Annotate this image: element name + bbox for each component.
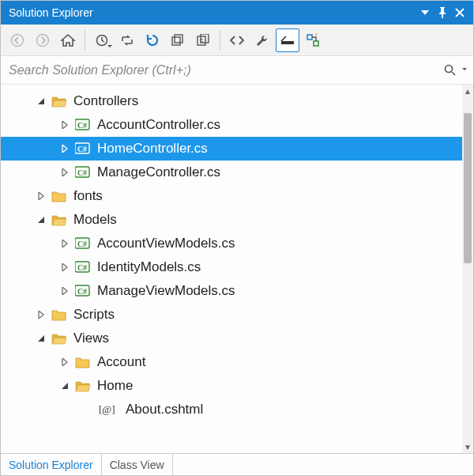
tree-row[interactable]: AccountViewModels.cs	[1, 232, 462, 255]
tree-item-label: Views	[73, 331, 109, 346]
vertical-scrollbar[interactable]: ▲ ▼	[462, 85, 473, 453]
expand-icon[interactable]	[59, 167, 70, 178]
tab-class-view[interactable]: Class View	[102, 454, 173, 475]
tree-row[interactable]: ManageViewModels.cs	[1, 279, 462, 303]
search-icon[interactable]	[442, 62, 459, 79]
tab-label: Solution Explorer	[9, 459, 93, 471]
svg-marker-0	[421, 10, 429, 15]
search-dropdown-icon[interactable]	[462, 68, 467, 73]
collapse-icon[interactable]	[59, 380, 70, 391]
svg-rect-7	[201, 34, 209, 43]
tab-solution-explorer[interactable]: Solution Explorer	[1, 454, 102, 475]
expand-icon[interactable]	[36, 309, 47, 320]
collapse-icon[interactable]	[36, 214, 47, 225]
expand-icon[interactable]	[59, 238, 70, 249]
class-view-button[interactable]: +	[301, 28, 325, 52]
window-menu-icon[interactable]	[416, 4, 434, 21]
tree-item-label: Controllers	[73, 93, 138, 109]
pin-icon[interactable]	[434, 4, 451, 21]
expand-icon[interactable]	[59, 119, 70, 130]
tree-row[interactable]: Models	[1, 208, 462, 232]
scrollbar-thumb[interactable]	[464, 113, 472, 263]
tree-row[interactable]: IdentityModels.cs	[1, 255, 462, 279]
preview-button[interactable]	[276, 28, 299, 52]
bottom-tabs: Solution Explorer Class View	[1, 453, 473, 475]
tree-item-label: AccountViewModels.cs	[97, 236, 235, 251]
folder-icon	[75, 355, 91, 369]
folder-open-icon	[75, 379, 91, 393]
scroll-up-icon[interactable]: ▲	[462, 85, 473, 97]
tree-item-label: fonts	[73, 188, 103, 204]
tree-item-label: HomeController.cs	[97, 141, 208, 157]
svg-rect-6	[198, 36, 205, 45]
svg-rect-9	[307, 35, 312, 40]
svg-rect-10	[314, 41, 318, 46]
folder-open-icon	[51, 331, 67, 346]
home-button[interactable]	[56, 28, 80, 52]
search-input[interactable]	[7, 56, 442, 84]
tree-item-label: ManageController.cs	[97, 164, 220, 180]
tree-item-label: Scripts	[73, 307, 115, 323]
window-title: Solution Explorer	[9, 6, 416, 19]
collapse-icon[interactable]	[36, 333, 47, 344]
forward-button[interactable]	[31, 28, 55, 52]
sync-button[interactable]	[115, 28, 139, 52]
svg-point-12	[446, 65, 453, 72]
tree-item-label: Models	[73, 212, 117, 228]
show-all-files-button[interactable]	[191, 28, 215, 52]
svg-point-1	[12, 34, 24, 46]
tree-row[interactable]: Views	[1, 327, 462, 350]
svg-point-2	[37, 34, 49, 46]
svg-rect-5	[175, 35, 182, 43]
tree-row[interactable]: Scripts	[1, 303, 462, 327]
tree-panel: ControllersAccountController.csHomeContr…	[1, 85, 473, 453]
folder-open-icon	[51, 94, 67, 108]
csharp-file-icon	[75, 236, 91, 251]
tree-row[interactable]: Home	[1, 374, 462, 398]
view-code-button[interactable]	[225, 28, 249, 52]
collapse-icon[interactable]	[36, 96, 47, 107]
tree-row[interactable]: HomeController.cs	[1, 137, 462, 161]
scrollbar-track[interactable]	[462, 97, 473, 440]
close-icon[interactable]	[451, 4, 468, 21]
folder-icon	[51, 189, 67, 203]
tree-row[interactable]: About.cshtml	[1, 398, 462, 421]
scroll-down-icon[interactable]: ▼	[462, 440, 473, 453]
tree-item-label: About.cshtml	[126, 402, 203, 417]
search-bar	[1, 56, 473, 85]
expand-icon[interactable]	[36, 191, 47, 202]
tree-row[interactable]: Account	[1, 350, 462, 374]
toolbar-separator	[85, 30, 85, 51]
expand-icon[interactable]	[59, 262, 70, 273]
tree-item-label: IdentityModels.cs	[97, 259, 201, 275]
tree-row[interactable]: Controllers	[1, 89, 462, 113]
csharp-file-icon	[75, 118, 91, 132]
cshtml-file-icon	[99, 402, 119, 417]
tree-item-label: ManageViewModels.cs	[97, 283, 235, 299]
svg-rect-8	[281, 41, 294, 44]
toolbar-separator	[220, 30, 220, 51]
properties-button[interactable]	[250, 28, 274, 52]
expand-icon[interactable]	[59, 285, 70, 297]
title-bar: Solution Explorer	[1, 1, 473, 25]
csharp-file-icon	[75, 284, 91, 298]
tree-row[interactable]: ManageController.cs	[1, 161, 462, 184]
back-button[interactable]	[6, 28, 29, 52]
svg-rect-4	[172, 37, 180, 45]
csharp-file-icon	[75, 142, 91, 156]
expand-icon[interactable]	[59, 143, 70, 154]
tree-item-label: Account	[97, 354, 145, 370]
tree-row[interactable]: fonts	[1, 184, 462, 208]
collapse-all-button[interactable]	[166, 28, 190, 52]
csharp-file-icon	[75, 165, 91, 179]
tree-item-label: AccountController.cs	[97, 117, 220, 133]
expand-icon[interactable]	[59, 357, 70, 368]
refresh-button[interactable]	[141, 28, 164, 52]
history-button[interactable]	[90, 28, 114, 52]
csharp-file-icon	[75, 260, 91, 274]
folder-open-icon	[51, 213, 67, 227]
toolbar: +	[1, 25, 473, 56]
tree-item-label: Home	[97, 378, 133, 394]
tree-row[interactable]: AccountController.cs	[1, 113, 462, 137]
tree[interactable]: ControllersAccountController.csHomeContr…	[1, 85, 462, 453]
